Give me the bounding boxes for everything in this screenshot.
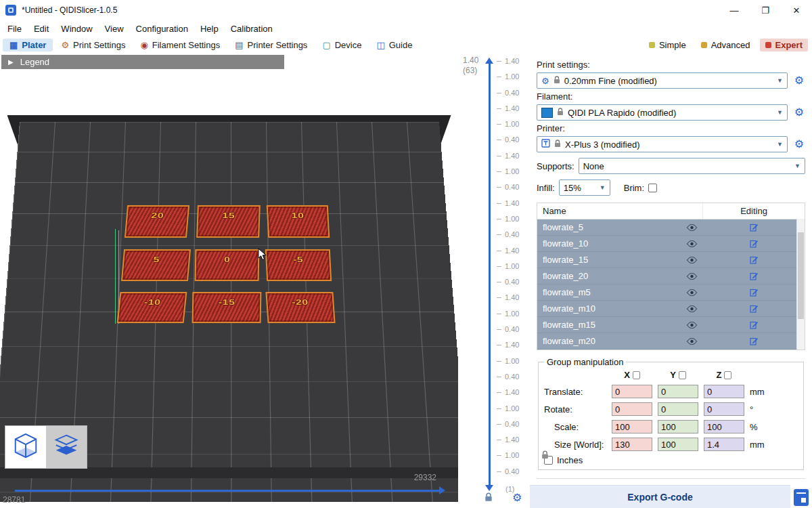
tab-device[interactable]: ▢Device: [315, 39, 368, 51]
z-value-field[interactable]: 1.4: [704, 438, 744, 451]
print-object[interactable]: 20: [125, 205, 189, 238]
brim-checkbox[interactable]: [648, 184, 657, 192]
print-object[interactable]: -5: [265, 249, 332, 281]
object-list-row[interactable]: flowrate_10: [537, 236, 805, 252]
mode-simple[interactable]: Simple: [644, 39, 692, 51]
object-list-scrollbar[interactable]: [796, 219, 805, 350]
3d-viewport[interactable]: ▶ Legend 20151050-5-10-15-20: [0, 53, 458, 508]
mode-advanced[interactable]: Advanced: [696, 39, 756, 51]
print-object[interactable]: -10: [117, 292, 187, 323]
maximize-button[interactable]: ❐: [750, 0, 781, 20]
object-list-row[interactable]: flowrate_m5: [537, 284, 805, 301]
x-value-field[interactable]: 0: [612, 385, 652, 398]
close-button[interactable]: ✕: [781, 0, 812, 20]
menu-item-window[interactable]: Window: [55, 22, 98, 35]
eye-icon[interactable]: [680, 338, 703, 345]
scrollbar-thumb[interactable]: [798, 232, 804, 319]
x-value-field[interactable]: 100: [612, 420, 652, 433]
object-list-row[interactable]: flowrate_5: [537, 219, 805, 236]
edit-icon[interactable]: [703, 252, 805, 268]
uniform-scale-lock-icon[interactable]: [541, 450, 549, 462]
group-manipulation-title: Group manipulation: [544, 357, 626, 367]
legend-bar[interactable]: ▶ Legend: [1, 55, 284, 69]
tab-plater[interactable]: ▦Plater: [3, 39, 53, 51]
x-value-field[interactable]: 0: [612, 402, 652, 416]
unit-label: %: [750, 422, 773, 432]
tab-guide[interactable]: ◫Guide: [369, 39, 419, 51]
y-value-field[interactable]: 100: [658, 420, 698, 433]
axis-reset-icon[interactable]: [724, 371, 731, 379]
object-list-row[interactable]: flowrate_20: [537, 268, 805, 284]
export-options-icon[interactable]: [794, 489, 809, 506]
horizontal-layer-slider[interactable]: [15, 490, 440, 492]
eye-icon[interactable]: [680, 322, 703, 329]
edit-icon[interactable]: [703, 219, 805, 235]
eye-icon[interactable]: [680, 289, 703, 296]
legend-expand-icon[interactable]: ▶: [8, 58, 14, 66]
mode-expert[interactable]: Expert: [760, 39, 808, 51]
printer-gear-button[interactable]: ⚙: [793, 139, 805, 150]
menu-item-calibration[interactable]: Calibration: [225, 22, 279, 35]
print-object-label: 20: [150, 211, 164, 232]
y-value-field[interactable]: 0: [658, 402, 698, 416]
layer-tick-label: 1.40: [497, 436, 519, 444]
filament-gear-button[interactable]: ⚙: [793, 107, 805, 118]
vertical-layer-slider[interactable]: [489, 64, 491, 485]
layer-tick-label: 0.40: [497, 325, 519, 333]
printer-combo[interactable]: X-Plus 3 (modified) ▼: [537, 136, 788, 152]
menu-item-configuration[interactable]: Configuration: [130, 22, 194, 35]
print-object[interactable]: 0: [195, 249, 260, 281]
print-settings-combo[interactable]: ⚙ 0.20mm Fine (modified) ▼: [537, 72, 788, 89]
edit-icon[interactable]: [703, 284, 805, 300]
eye-icon[interactable]: [680, 257, 703, 263]
window-title: *Untitled - QIDISlicer-1.0.5: [22, 5, 117, 15]
print-object[interactable]: 15: [196, 205, 261, 238]
print-settings-value: 0.20mm Fine (modified): [564, 76, 657, 86]
menu-item-file[interactable]: File: [1, 22, 28, 35]
tab-print-settings[interactable]: ⚙Print Settings: [54, 39, 132, 51]
infill-combo[interactable]: 15% ▼: [559, 179, 610, 196]
filament-combo[interactable]: QIDI PLA Rapido (modified) ▼: [537, 104, 788, 121]
edit-icon[interactable]: [703, 333, 805, 349]
axis-reset-icon[interactable]: [679, 371, 686, 379]
edit-icon[interactable]: [703, 317, 805, 333]
print-object[interactable]: -15: [192, 292, 262, 323]
z-value-field[interactable]: 0: [704, 402, 744, 416]
menu-item-edit[interactable]: Edit: [28, 22, 55, 35]
axis-header-y: Y: [658, 370, 698, 380]
print-object[interactable]: 10: [267, 205, 330, 238]
minimize-button[interactable]: —: [719, 0, 750, 20]
edit-icon[interactable]: [703, 268, 805, 284]
edit-icon[interactable]: [703, 301, 805, 316]
isometric-view-button[interactable]: [5, 426, 46, 468]
y-value-field[interactable]: 100: [658, 438, 698, 451]
print-object-label: -20: [292, 298, 310, 318]
print-settings-gear-button[interactable]: ⚙: [793, 75, 805, 86]
slider-lock-icon[interactable]: [484, 492, 493, 505]
z-value-field[interactable]: 100: [704, 420, 744, 433]
eye-icon[interactable]: [680, 273, 703, 280]
layers-view-button[interactable]: [46, 426, 87, 468]
menu-item-view[interactable]: View: [99, 22, 130, 35]
tab-printer-settings[interactable]: ▤Printer Settings: [228, 39, 314, 51]
object-list-row[interactable]: flowrate_15: [537, 252, 805, 268]
eye-icon[interactable]: [680, 224, 703, 231]
axis-reset-icon[interactable]: [633, 371, 640, 379]
z-value-field[interactable]: 0: [704, 385, 744, 398]
tab-filament-settings[interactable]: ◉Filament Settings: [133, 39, 227, 51]
supports-combo[interactable]: None ▼: [579, 158, 805, 174]
sliced-info-divider: [537, 478, 805, 479]
print-object[interactable]: -20: [265, 292, 335, 323]
eye-icon[interactable]: [680, 305, 703, 312]
eye-icon[interactable]: [680, 240, 703, 247]
slider-gear-icon[interactable]: ⚙: [512, 492, 522, 503]
print-object[interactable]: 5: [121, 249, 191, 281]
menu-item-help[interactable]: Help: [194, 22, 225, 35]
y-value-field[interactable]: 0: [658, 385, 698, 398]
export-gcode-button[interactable]: Export G-code: [530, 485, 790, 508]
edit-icon[interactable]: [703, 236, 805, 251]
object-list-row[interactable]: flowrate_m20: [537, 333, 805, 350]
object-list-row[interactable]: flowrate_m15: [537, 317, 805, 333]
object-list-row[interactable]: flowrate_m10: [537, 301, 805, 317]
x-value-field[interactable]: 130: [612, 438, 652, 451]
